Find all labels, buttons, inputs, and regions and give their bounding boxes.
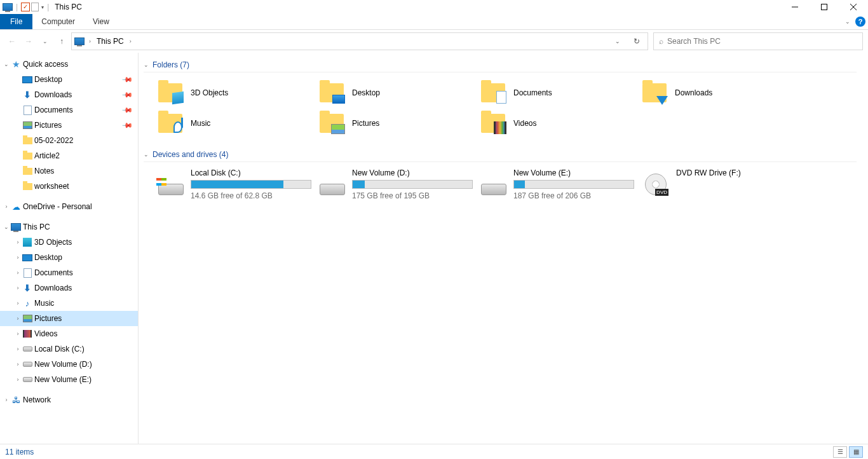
tree-icon [22,137,33,144]
forward-button[interactable]: → [22,32,36,50]
expand-icon[interactable]: ⌄ [3,61,10,67]
pin-icon: 📌 [121,119,133,131]
expand-icon[interactable]: › [14,346,22,352]
address-dropdown-icon[interactable]: ⌄ [609,38,626,45]
expand-icon[interactable]: › [14,300,22,306]
tree-item-worksheet[interactable]: worksheet [0,179,138,194]
qat-newfolder-icon[interactable] [31,3,39,11]
tree-item-notes[interactable]: Notes [0,163,138,179]
tree-item-article2[interactable]: Article2 [0,148,138,163]
folder-videos[interactable]: Videos [479,108,641,139]
help-icon[interactable]: ? [855,17,865,27]
refresh-button[interactable]: ↻ [628,37,645,46]
expand-icon[interactable]: › [14,315,22,322]
drive-new-volume-e-[interactable]: New Volume (E:) 187 GB free of 206 GB [479,167,641,202]
tree-item-videos[interactable]: › Videos [0,326,138,341]
expand-icon[interactable]: ⌄ [3,224,10,230]
minimize-button[interactable] [780,0,810,14]
qat-dropdown-icon[interactable]: ▾ [41,4,44,10]
recent-dropdown[interactable]: ⌄ [38,32,52,50]
drive-icon [641,168,671,195]
folder-documents[interactable]: Documents [479,78,641,108]
folder-3d-objects[interactable]: 3D Objects [156,78,318,108]
folder-icon [156,111,184,136]
tree-item-new-volume-e-[interactable]: › New Volume (E:) [0,372,138,387]
drive-local-disk-c-[interactable]: Local Disk (C:) 14.6 GB free of 62.8 GB [156,167,318,202]
tree-item-downloads[interactable]: ⬇ Downloads 📌 [0,87,138,102]
group-header-folders[interactable]: ⌄Folders (7) [144,57,857,72]
tree-item-this-pc[interactable]: ⌄ This PC [0,219,138,235]
folder-downloads[interactable]: Downloads [641,78,802,108]
content-area: ⌄Folders (7) 3D Objects Desktop Document… [139,53,868,444]
pin-icon: 📌 [121,73,133,85]
expand-icon[interactable]: › [14,285,22,291]
expand-icon[interactable]: › [3,203,10,210]
expand-icon[interactable]: › [14,254,22,261]
close-button[interactable] [839,0,868,14]
tree-item-pictures[interactable]: Pictures 📌 [0,118,138,133]
tree-label: Documents [34,106,73,114]
folder-desktop[interactable]: Desktop [318,78,479,108]
folder-label: Downloads [675,88,712,97]
usage-bar [513,180,634,189]
tab-computer[interactable]: Computer [32,14,84,29]
tree-item-music[interactable]: › ♪ Music [0,296,138,311]
drive-free-text: 175 GB free of 195 GB [352,191,473,200]
expand-icon[interactable]: › [14,376,22,383]
breadcrumb-thispc[interactable]: This PC [95,37,125,46]
tiles-view-button[interactable]: ▦ [849,446,863,458]
tree-item-downloads[interactable]: › ⬇ Downloads [0,280,138,296]
tree-icon [22,268,33,278]
address-bar[interactable]: › This PC › ⌄ ↻ [71,32,648,50]
group-drives: Local Disk (C:) 14.6 GB free of 62.8 GB … [144,162,868,209]
details-view-button[interactable]: ☰ [833,446,847,458]
tree-item-3d-objects[interactable]: › 3D Objects [0,235,138,250]
tree-item-pictures[interactable]: › Pictures [0,311,138,326]
expand-icon[interactable]: › [14,361,22,367]
tree-item-desktop[interactable]: › Desktop [0,250,138,265]
tree-icon [22,153,33,160]
folder-icon [641,80,668,106]
search-box[interactable]: ⌕ [653,32,863,50]
folder-label: Videos [513,119,536,128]
back-button[interactable]: ← [5,32,19,50]
ribbon: File Computer View ⌄ ? [0,14,868,30]
tree-item-documents[interactable]: › Documents [0,265,138,280]
tree-label: Desktop [34,253,62,262]
qat-properties-icon[interactable]: ✓ [21,3,30,11]
tree-label: Local Disk (C:) [34,345,85,353]
navigation-pane: ⌄ ★ Quick access Desktop 📌 ⬇ Downloads 📌… [0,53,139,444]
search-icon: ⌕ [659,37,663,46]
expand-icon[interactable]: › [14,239,22,245]
tree-icon [22,168,33,175]
group-header-drives[interactable]: ⌄Devices and drives (4) [144,146,857,162]
search-input[interactable] [667,37,857,46]
drive-new-volume-d-[interactable]: New Volume (D:) 175 GB free of 195 GB [318,167,479,202]
folder-pictures[interactable]: Pictures [318,108,479,139]
drive-dvd-rw-drive-f-[interactable]: DVD RW Drive (F:) [641,167,802,202]
tree-item-documents[interactable]: Documents 📌 [0,102,138,118]
chevron-right-icon[interactable]: › [128,38,133,45]
tree-icon: ⬇ [22,283,33,293]
tab-view[interactable]: View [84,14,118,29]
folder-music[interactable]: Music [156,108,318,139]
drive-label: New Volume (E:) [513,168,634,177]
tree-item-desktop[interactable]: Desktop 📌 [0,72,138,87]
tree-item-new-volume-d-[interactable]: › New Volume (D:) [0,357,138,372]
ribbon-expand-icon[interactable]: ⌄ [845,18,850,25]
chevron-right-icon[interactable]: › [87,38,93,45]
tree-item-quick-access[interactable]: ⌄ ★ Quick access [0,57,138,72]
maximize-button[interactable] [810,0,839,14]
tab-file[interactable]: File [0,14,32,29]
tree-item-local-disk-c-[interactable]: › Local Disk (C:) [0,341,138,357]
tree-item-onedrive-personal[interactable]: › ☁ OneDrive - Personal [0,199,138,214]
tree-icon: 🖧 [10,395,22,405]
expand-icon[interactable]: › [14,270,22,276]
folder-label: Music [191,119,210,128]
tree-item-05-02-2022[interactable]: 05-02-2022 [0,133,138,148]
tree-label: Downloads [34,90,72,99]
tree-item-network[interactable]: › 🖧 Network [0,392,138,408]
expand-icon[interactable]: › [14,331,22,337]
up-button[interactable]: ↑ [55,32,69,50]
expand-icon[interactable]: › [3,397,10,403]
